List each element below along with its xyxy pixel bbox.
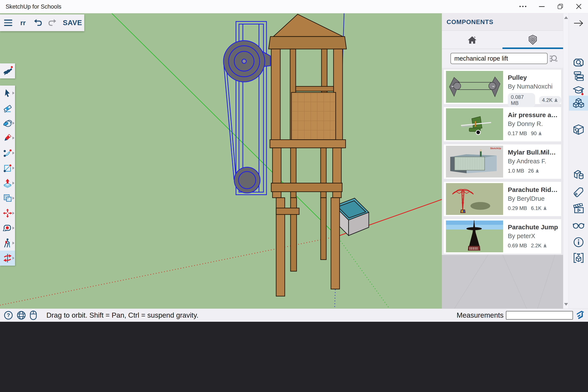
panel-scrollbar[interactable] (563, 13, 569, 308)
collapse-panel-button[interactable] (569, 16, 588, 30)
scroll-down-arrow[interactable] (564, 303, 568, 306)
download-icon (554, 98, 558, 102)
result-author: By NumaNoxchi (508, 83, 561, 90)
tool-tape-measure[interactable] (0, 220, 15, 236)
model-viewport[interactable] (0, 13, 442, 308)
restore-icon (558, 4, 563, 9)
tool-orbit[interactable] (0, 250, 15, 266)
result-card-parachute-jump[interactable]: Parachute Jump By peterX 0.69 MB 2.2K (444, 219, 561, 254)
pulley-component-selected[interactable] (224, 22, 270, 195)
tool-push-pull[interactable] (0, 176, 15, 191)
language-button[interactable] (17, 311, 26, 320)
panel-empty-area (442, 255, 563, 308)
tool-walk[interactable] (0, 236, 15, 250)
result-title: Air pressure a… (508, 111, 561, 119)
panel-title: COMPONENTS (446, 18, 494, 26)
tool-select[interactable] (0, 86, 15, 100)
components-search-input[interactable] (450, 53, 548, 64)
right-toolbar (569, 13, 588, 308)
result-card-air-pressure[interactable]: Air pressure a… By Donny R. 0.17 MB 90 (444, 107, 561, 142)
result-author: By BerylDrue (508, 195, 561, 202)
scenes-button[interactable] (569, 202, 588, 215)
tape-measure-icon (3, 224, 12, 232)
download-icon (543, 206, 547, 210)
result-thumbnail (446, 220, 503, 252)
scroll-up-arrow[interactable] (564, 16, 568, 19)
undo-button[interactable] (30, 14, 45, 31)
measurements-label: Measurements (457, 311, 504, 319)
warehouse-import-button[interactable] (569, 251, 588, 265)
file-name-button[interactable]: rr (16, 14, 30, 31)
flyout-arrow (12, 256, 14, 260)
main-toolbar: rr SAVE (0, 14, 84, 31)
model-info-button[interactable] (569, 235, 588, 249)
help-icon: ? (4, 311, 13, 320)
more-options-button[interactable] (514, 0, 532, 13)
arrow-right-icon (574, 20, 584, 27)
restore-button[interactable] (551, 0, 570, 13)
paint-bucket-icon (3, 119, 12, 128)
push-pull-icon (3, 178, 12, 188)
result-author: By Andreas F. (508, 158, 561, 165)
tool-offset[interactable] (0, 191, 15, 206)
tab-3d-warehouse[interactable] (502, 31, 563, 49)
result-size: 0.087 MB (508, 93, 535, 107)
redo-button[interactable] (45, 14, 60, 31)
result-card-parachute-ride[interactable]: Parachute Rid… By BerylDrue 0.29 MB 6.1K (444, 182, 561, 216)
tool-paint-bucket[interactable] (0, 116, 15, 131)
pencil-icon (3, 134, 12, 142)
taskbar: Type here to search W P (0, 322, 588, 392)
flyout-arrow (12, 197, 14, 200)
styles-button[interactable] (569, 168, 588, 182)
tool-pencil[interactable] (0, 130, 15, 146)
tool-two-point-arc[interactable] (0, 146, 15, 160)
close-button[interactable] (570, 0, 588, 13)
flyout-arrow (12, 242, 14, 244)
result-downloads: 26 (528, 168, 534, 174)
outliner-button[interactable] (569, 69, 588, 83)
mouse-hints-button[interactable] (30, 310, 37, 320)
tool-eraser[interactable] (0, 100, 15, 116)
result-thumbnail (446, 108, 503, 140)
tags-button[interactable] (569, 185, 588, 199)
model-search-button[interactable] (569, 56, 588, 69)
materials-button[interactable] (569, 123, 588, 136)
tab-home[interactable] (442, 31, 502, 49)
menu-button[interactable] (0, 14, 16, 31)
result-thumbnail (446, 71, 503, 103)
minimize-button[interactable] (532, 0, 551, 13)
search-button[interactable] (548, 53, 560, 64)
redo-icon (48, 18, 58, 27)
red-axis-dotted (0, 236, 337, 305)
move-icon (3, 208, 12, 218)
help-button[interactable]: ? (4, 311, 13, 320)
result-title: Parachute Jump (508, 224, 561, 231)
status-bar: ? Drag to orbit. Shift = Pan, Ctrl = sus… (0, 308, 588, 322)
walk-icon (3, 238, 12, 248)
panel-tabs (442, 31, 563, 49)
components-button[interactable] (569, 96, 588, 111)
tool-palette (0, 86, 15, 266)
tool-rectangle[interactable] (0, 160, 15, 176)
tag-icon (574, 187, 584, 197)
instructor-icon (573, 86, 584, 96)
window-title: SketchUp for Schools (6, 4, 62, 10)
green-axis-dotted (337, 236, 390, 308)
status-hint: Drag to orbit. Shift = Pan, Ctrl = suspe… (46, 311, 198, 319)
dog-launcher-button[interactable] (0, 64, 15, 78)
warehouse-shield-icon (528, 35, 537, 45)
search-row (442, 49, 563, 68)
select-icon (3, 89, 12, 97)
measurements-input[interactable] (506, 311, 573, 320)
result-card-mylar[interactable]: SketchUp Mylar Bull.Mil… By Andreas F. 1… (444, 144, 561, 179)
tool-move[interactable] (0, 206, 15, 221)
result-thumbnail: SketchUp (446, 146, 503, 178)
search-filter-icon (549, 54, 558, 63)
mouse-icon (30, 310, 37, 320)
svg-text:SketchUp: SketchUp (490, 147, 501, 150)
save-button[interactable]: SAVE (60, 14, 84, 31)
flyout-arrow (12, 136, 14, 140)
wooden-tower[interactable] (269, 14, 346, 296)
result-card-pulley[interactable]: Pulley By NumaNoxchi 0.087 MB 4.2K (444, 70, 561, 104)
display-button[interactable] (569, 218, 588, 232)
